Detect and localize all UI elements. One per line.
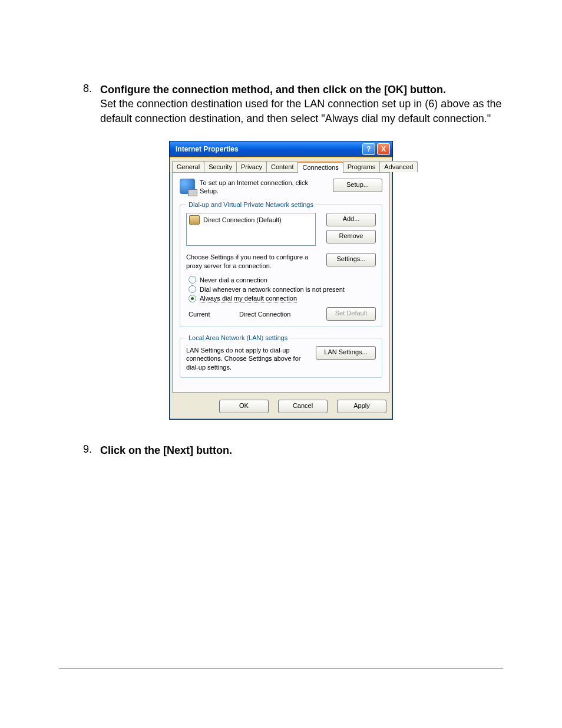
step-body: Configure the connection method, and the…	[100, 83, 503, 126]
settings-button[interactable]: Settings...	[326, 253, 376, 266]
lan-legend: Local Area Network (LAN) settings	[186, 334, 290, 341]
tab-connections[interactable]: Connections	[297, 162, 343, 173]
internet-properties-dialog: Internet Properties ? X General Security…	[169, 141, 393, 420]
radio-icon	[189, 295, 196, 302]
setup-button[interactable]: Setup...	[333, 179, 382, 192]
tab-programs[interactable]: Programs	[343, 161, 381, 172]
radio-dial-whenever[interactable]: Dial whenever a network connection is no…	[189, 285, 376, 293]
close-icon: X	[381, 145, 386, 153]
radio-icon	[189, 276, 196, 284]
connection-listbox[interactable]: Direct Connection (Default)	[186, 213, 316, 246]
add-button[interactable]: Add...	[326, 213, 376, 226]
list-item[interactable]: Direct Connection (Default)	[189, 215, 313, 225]
footer-rule	[59, 668, 503, 669]
globe-icon	[180, 179, 195, 194]
step-title: Configure the connection method, and the…	[100, 84, 446, 95]
radio-never-dial[interactable]: Never dial a connection	[189, 276, 376, 284]
tab-general[interactable]: General	[172, 161, 204, 172]
radio-label: Always dial my default connection	[200, 295, 297, 302]
radio-label: Never dial a connection	[200, 276, 267, 284]
setup-text: To set up an Internet connection, click …	[200, 179, 328, 196]
step-9: 9. Click on the [Next] button.	[59, 443, 503, 457]
step-description: Set the connection destination used for …	[100, 98, 501, 124]
apply-button[interactable]: Apply	[337, 400, 386, 413]
step-number: 9.	[59, 443, 100, 457]
window-title: Internet Properties	[172, 145, 361, 153]
tab-advanced[interactable]: Advanced	[379, 161, 418, 172]
help-button[interactable]: ?	[362, 143, 375, 155]
tab-pane-connections: To set up an Internet connection, click …	[172, 172, 390, 393]
radio-label: Dial whenever a network connection is no…	[200, 286, 345, 293]
tab-content[interactable]: Content	[266, 161, 299, 172]
dialog-actions: OK Cancel Apply	[170, 395, 392, 419]
radio-always-dial[interactable]: Always dial my default connection	[189, 295, 376, 302]
titlebar: Internet Properties ? X	[170, 141, 392, 157]
step-8: 8. Configure the connection method, and …	[59, 83, 503, 126]
step-body: Click on the [Next] button.	[100, 443, 503, 457]
ok-button[interactable]: OK	[219, 400, 269, 413]
set-default-button[interactable]: Set Default	[326, 307, 376, 321]
dialup-legend: Dial-up and Virtual Private Network sett…	[186, 201, 316, 208]
lan-settings-button[interactable]: LAN Settings...	[316, 346, 376, 360]
tab-strip: General Security Privacy Content Connect…	[170, 157, 392, 172]
dialup-group: Dial-up and Virtual Private Network sett…	[180, 201, 382, 327]
cancel-button[interactable]: Cancel	[278, 400, 328, 413]
radio-icon	[189, 285, 196, 293]
remove-button[interactable]: Remove	[326, 230, 376, 243]
tab-security[interactable]: Security	[204, 161, 237, 172]
close-button[interactable]: X	[377, 143, 390, 155]
help-icon: ?	[366, 145, 371, 153]
current-label: Current	[189, 311, 239, 318]
settings-text: Choose Settings if you need to configure…	[186, 253, 322, 270]
lan-text: LAN Settings do not apply to dial-up con…	[186, 346, 311, 371]
connection-icon	[189, 215, 200, 225]
step-number: 8.	[59, 83, 100, 126]
current-value: Direct Connection	[239, 311, 322, 318]
step-title: Click on the [Next] button.	[100, 444, 232, 456]
list-item-label: Direct Connection (Default)	[203, 216, 282, 223]
lan-group: Local Area Network (LAN) settings LAN Se…	[180, 334, 382, 378]
tab-privacy[interactable]: Privacy	[236, 161, 267, 172]
